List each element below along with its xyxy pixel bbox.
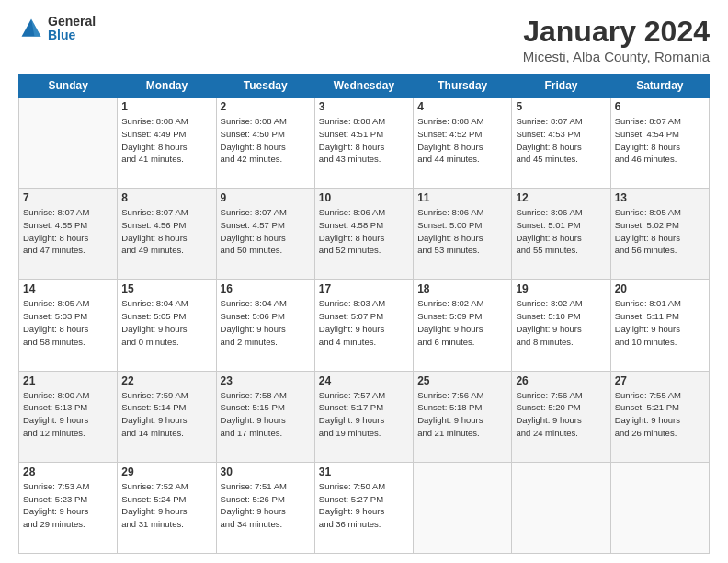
day-info: Sunrise: 8:07 AMSunset: 4:55 PMDaylight:… [23,206,113,257]
day-info: Sunrise: 8:08 AMSunset: 4:50 PMDaylight:… [221,115,311,166]
calendar-week-row: 7Sunrise: 8:07 AMSunset: 4:55 PMDaylight… [19,189,710,280]
day-info: Sunrise: 8:01 AMSunset: 5:11 PMDaylight:… [615,297,705,348]
day-number: 15 [121,282,211,295]
day-info: Sunrise: 7:55 AMSunset: 5:21 PMDaylight:… [615,389,705,440]
day-info: Sunrise: 8:05 AMSunset: 5:03 PMDaylight:… [23,297,113,348]
calendar-cell: 27Sunrise: 7:55 AMSunset: 5:21 PMDayligh… [610,371,709,462]
day-number: 10 [319,191,409,204]
calendar-cell: 16Sunrise: 8:04 AMSunset: 5:06 PMDayligh… [216,280,314,371]
calendar-cell: 13Sunrise: 8:05 AMSunset: 5:02 PMDayligh… [610,189,709,280]
calendar-cell: 24Sunrise: 7:57 AMSunset: 5:17 PMDayligh… [314,371,413,462]
calendar-cell: 1Sunrise: 8:08 AMSunset: 4:49 PMDaylight… [118,98,216,189]
day-number: 26 [516,374,606,387]
day-number: 9 [221,191,311,204]
calendar-cell: 29Sunrise: 7:52 AMSunset: 5:24 PMDayligh… [118,462,216,553]
day-number: 30 [221,465,311,478]
day-number: 5 [516,100,606,113]
calendar-cell: 26Sunrise: 7:56 AMSunset: 5:20 PMDayligh… [512,371,610,462]
day-number: 31 [319,465,409,478]
calendar-cell: 14Sunrise: 8:05 AMSunset: 5:03 PMDayligh… [19,280,118,371]
calendar-title: January 2024 [523,15,710,49]
calendar-cell: 10Sunrise: 8:06 AMSunset: 4:58 PMDayligh… [314,189,413,280]
day-info: Sunrise: 8:07 AMSunset: 4:54 PMDaylight:… [615,115,705,166]
calendar-cell [610,462,709,553]
calendar-day-header: Saturday [610,75,709,98]
calendar-cell: 5Sunrise: 8:07 AMSunset: 4:53 PMDaylight… [512,98,610,189]
calendar-cell [414,462,512,553]
day-number: 18 [417,282,507,295]
day-number: 13 [615,191,705,204]
calendar-cell: 11Sunrise: 8:06 AMSunset: 5:00 PMDayligh… [414,189,512,280]
day-info: Sunrise: 7:57 AMSunset: 5:17 PMDaylight:… [319,389,409,440]
calendar-cell: 4Sunrise: 8:08 AMSunset: 4:52 PMDaylight… [414,98,512,189]
day-number: 22 [121,374,211,387]
day-info: Sunrise: 7:51 AMSunset: 5:26 PMDaylight:… [221,480,311,531]
day-info: Sunrise: 8:08 AMSunset: 4:52 PMDaylight:… [417,115,507,166]
day-number: 28 [23,465,113,478]
day-info: Sunrise: 7:56 AMSunset: 5:20 PMDaylight:… [516,389,606,440]
calendar-cell: 30Sunrise: 7:51 AMSunset: 5:26 PMDayligh… [216,462,314,553]
day-number: 21 [23,374,113,387]
calendar-header-row: SundayMondayTuesdayWednesdayThursdayFrid… [19,75,710,98]
calendar-week-row: 28Sunrise: 7:53 AMSunset: 5:23 PMDayligh… [19,462,710,553]
page: General Blue January 2024 Micesti, Alba … [0,0,728,563]
day-number: 16 [221,282,311,295]
calendar-cell: 15Sunrise: 8:04 AMSunset: 5:05 PMDayligh… [118,280,216,371]
calendar-cell: 31Sunrise: 7:50 AMSunset: 5:27 PMDayligh… [314,462,413,553]
day-number: 7 [23,191,113,204]
calendar-day-header: Tuesday [216,75,314,98]
day-info: Sunrise: 8:05 AMSunset: 5:02 PMDaylight:… [615,206,705,257]
calendar-cell [512,462,610,553]
calendar-week-row: 1Sunrise: 8:08 AMSunset: 4:49 PMDaylight… [19,98,710,189]
day-number: 19 [516,282,606,295]
day-info: Sunrise: 7:52 AMSunset: 5:24 PMDaylight:… [121,480,211,531]
calendar-cell [19,98,118,189]
day-info: Sunrise: 8:07 AMSunset: 4:57 PMDaylight:… [221,206,311,257]
day-info: Sunrise: 8:02 AMSunset: 5:10 PMDaylight:… [516,297,606,348]
calendar-table: SundayMondayTuesdayWednesdayThursdayFrid… [18,74,710,554]
calendar-cell: 7Sunrise: 8:07 AMSunset: 4:55 PMDaylight… [19,189,118,280]
calendar-day-header: Wednesday [314,75,413,98]
day-number: 25 [417,374,507,387]
day-info: Sunrise: 8:07 AMSunset: 4:56 PMDaylight:… [121,206,211,257]
calendar-cell: 21Sunrise: 8:00 AMSunset: 5:13 PMDayligh… [19,371,118,462]
calendar-subtitle: Micesti, Alba County, Romania [523,49,710,64]
calendar-cell: 12Sunrise: 8:06 AMSunset: 5:01 PMDayligh… [512,189,610,280]
day-info: Sunrise: 7:53 AMSunset: 5:23 PMDaylight:… [23,480,113,531]
calendar-cell: 23Sunrise: 7:58 AMSunset: 5:15 PMDayligh… [216,371,314,462]
day-info: Sunrise: 8:08 AMSunset: 4:51 PMDaylight:… [319,115,409,166]
logo-text: General Blue [48,15,96,43]
calendar-cell: 19Sunrise: 8:02 AMSunset: 5:10 PMDayligh… [512,280,610,371]
day-info: Sunrise: 7:56 AMSunset: 5:18 PMDaylight:… [417,389,507,440]
calendar-day-header: Monday [118,75,216,98]
day-info: Sunrise: 7:50 AMSunset: 5:27 PMDaylight:… [319,480,409,531]
calendar-day-header: Thursday [414,75,512,98]
calendar-cell: 8Sunrise: 8:07 AMSunset: 4:56 PMDaylight… [118,189,216,280]
day-info: Sunrise: 8:06 AMSunset: 5:01 PMDaylight:… [516,206,606,257]
day-number: 6 [615,100,705,113]
calendar-cell: 25Sunrise: 7:56 AMSunset: 5:18 PMDayligh… [414,371,512,462]
day-number: 24 [319,374,409,387]
day-info: Sunrise: 8:00 AMSunset: 5:13 PMDaylight:… [23,389,113,440]
day-number: 29 [121,465,211,478]
calendar-week-row: 14Sunrise: 8:05 AMSunset: 5:03 PMDayligh… [19,280,710,371]
title-area: January 2024 Micesti, Alba County, Roman… [523,15,710,64]
day-number: 14 [23,282,113,295]
day-number: 20 [615,282,705,295]
day-number: 23 [221,374,311,387]
day-info: Sunrise: 8:04 AMSunset: 5:06 PMDaylight:… [221,297,311,348]
logo-general: General [48,15,96,29]
day-number: 27 [615,374,705,387]
calendar-cell: 28Sunrise: 7:53 AMSunset: 5:23 PMDayligh… [19,462,118,553]
day-number: 4 [417,100,507,113]
day-number: 12 [516,191,606,204]
day-number: 1 [121,100,211,113]
day-info: Sunrise: 8:02 AMSunset: 5:09 PMDaylight:… [417,297,507,348]
calendar-cell: 22Sunrise: 7:59 AMSunset: 5:14 PMDayligh… [118,371,216,462]
logo: General Blue [18,15,96,43]
calendar-cell: 20Sunrise: 8:01 AMSunset: 5:11 PMDayligh… [610,280,709,371]
day-info: Sunrise: 8:03 AMSunset: 5:07 PMDaylight:… [319,297,409,348]
day-number: 11 [417,191,507,204]
calendar-cell: 9Sunrise: 8:07 AMSunset: 4:57 PMDaylight… [216,189,314,280]
day-info: Sunrise: 7:58 AMSunset: 5:15 PMDaylight:… [221,389,311,440]
